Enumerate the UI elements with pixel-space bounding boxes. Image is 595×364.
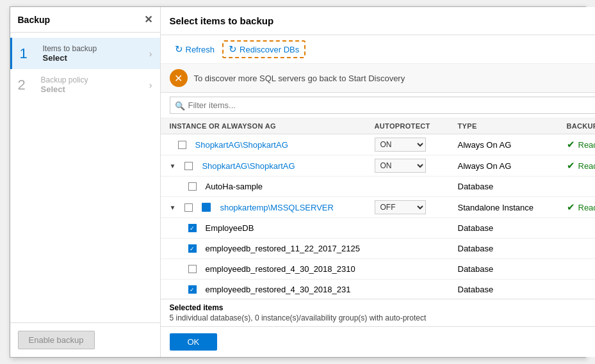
ready-icon-3: ✔ xyxy=(567,202,575,213)
info-icon: ✕ xyxy=(170,69,188,87)
col-readiness: BACKUP READINESS xyxy=(567,122,596,130)
left-header: Backup ✕ xyxy=(10,7,160,33)
type-1: Always On AG xyxy=(458,161,567,171)
table-header: INSTANCE OR ALWAYSON AG AUTOPROTECT TYPE… xyxy=(161,118,596,134)
row-text-4: EmployeeDB xyxy=(206,223,254,233)
ready-icon-1: ✔ xyxy=(567,160,575,171)
checkbox-4[interactable]: ✓ xyxy=(188,224,197,232)
left-panel: Backup ✕ 1 Items to backup Select › 2 Ba… xyxy=(10,7,161,357)
info-banner-text: To discover more SQL servers go back to … xyxy=(194,74,405,83)
refresh-button[interactable]: ↻ Refresh xyxy=(170,41,220,58)
type-4: Database xyxy=(458,223,567,233)
table-area: INSTANCE OR ALWAYSON AG AUTOPROTECT TYPE… xyxy=(161,118,596,299)
row-text-2: AutoHa-sample xyxy=(206,182,263,191)
table-with-scroll: ShopkartAG\ShopkartAG ONOFF Always On AG… xyxy=(161,134,596,299)
right-content: ↻ Refresh ↻ Rediscover DBs ✕ To discover… xyxy=(161,35,596,357)
toolbar: ↻ Refresh ↻ Rediscover DBs xyxy=(161,35,596,64)
row-name-1: ▼ ShopkartAG\ShopkartAG xyxy=(170,161,375,171)
table-row: AutoHa-sample Database xyxy=(161,177,596,197)
checkbox-2[interactable] xyxy=(188,182,197,191)
rediscover-icon: ↻ xyxy=(229,44,237,55)
col-autoprotect: AUTOPROTECT xyxy=(375,122,458,130)
expand-arrow-3[interactable]: ▼ xyxy=(170,204,176,211)
filter-bar: 🔍 xyxy=(161,93,596,118)
table-row: ✓ employeedb_restored_4_30_2018_231 Data… xyxy=(161,280,596,299)
table-row: ▼ shopkartemp\MSSQLSERVER OFFON xyxy=(161,197,596,218)
checkbox-1[interactable] xyxy=(184,162,193,170)
col-instance: INSTANCE OR ALWAYSON AG xyxy=(170,122,375,130)
row-name-4: ✓ EmployeeDB xyxy=(180,223,375,233)
filter-search-icon: 🔍 xyxy=(175,100,185,110)
filter-input[interactable] xyxy=(170,97,596,114)
checkbox-5[interactable]: ✓ xyxy=(188,244,197,253)
row-text-6: employeedb_restored_4_30_2018_2310 xyxy=(206,264,355,274)
rediscover-label: Rediscover DBs xyxy=(240,45,299,54)
row-link-0[interactable]: ShopkartAG\ShopkartAG xyxy=(195,140,288,150)
row-name-5: ✓ employeedb_restored_11_22_2017_2125 xyxy=(180,244,375,253)
step-1[interactable]: 1 Items to backup Select › xyxy=(10,38,160,69)
checkbox-3[interactable] xyxy=(184,203,193,212)
row-link-1[interactable]: ShopkartAG\ShopkartAG xyxy=(202,161,295,171)
col-type: TYPE xyxy=(458,122,567,130)
step-2[interactable]: 2 Backup policy Select › xyxy=(10,69,160,100)
step-1-arrow: › xyxy=(149,49,152,59)
right-panel: Select items to backup ⬜ ✕ ↻ Refresh ↻ R… xyxy=(161,7,596,357)
selected-items-info: Selected items 5 individual database(s),… xyxy=(170,303,427,322)
step-1-number: 1 xyxy=(20,45,38,62)
db-icon-3 xyxy=(202,203,211,212)
step-2-number: 2 xyxy=(18,77,36,93)
table-row: ShopkartAG\ShopkartAG ONOFF Always On AG… xyxy=(161,134,596,155)
step-1-text: Items to backup Select xyxy=(43,44,149,63)
expand-arrow-1[interactable]: ▼ xyxy=(170,162,176,170)
readiness-1: ✔ Ready xyxy=(567,160,596,171)
type-6: Database xyxy=(458,264,567,274)
ok-footer: OK xyxy=(161,326,596,357)
row-name-7: ✓ employeedb_restored_4_30_2018_231 xyxy=(180,285,375,294)
table-row: ✓ EmployeeDB Database xyxy=(161,218,596,239)
enable-backup-button[interactable]: Enable backup xyxy=(18,331,95,349)
autoprotect-0: ONOFF xyxy=(375,138,458,152)
row-name-2: AutoHa-sample xyxy=(180,182,375,191)
ok-button[interactable]: OK xyxy=(170,333,218,351)
type-0: Always On AG xyxy=(458,140,567,150)
step-1-subtitle: Select xyxy=(43,53,149,63)
row-text-7: employeedb_restored_4_30_2018_231 xyxy=(206,285,351,294)
table-body: ShopkartAG\ShopkartAG ONOFF Always On AG… xyxy=(161,134,596,299)
row-text-5: employeedb_restored_11_22_2017_2125 xyxy=(206,244,360,253)
autoprotect-3: OFFON xyxy=(375,200,458,214)
readiness-0: ✔ Ready xyxy=(567,139,596,150)
autoprotect-select-0[interactable]: ONOFF xyxy=(375,138,426,152)
type-3: Standalone Instance xyxy=(458,203,567,212)
close-icon[interactable]: ✕ xyxy=(144,13,152,26)
checkbox-0[interactable] xyxy=(178,141,186,149)
checkbox-7[interactable]: ✓ xyxy=(188,285,197,294)
left-footer: Enable backup xyxy=(10,322,160,357)
step-2-text: Backup policy Select xyxy=(41,75,149,94)
info-banner: ✕ To discover more SQL servers go back t… xyxy=(161,64,596,93)
table-row: ✓ employeedb_restored_11_22_2017_2125 Da… xyxy=(161,239,596,259)
refresh-icon: ↻ xyxy=(175,44,183,55)
step-1-title: Items to backup xyxy=(43,44,149,53)
right-panel-title: Select items to backup xyxy=(170,15,274,26)
type-5: Database xyxy=(458,244,567,253)
checkbox-6[interactable] xyxy=(188,265,197,273)
readiness-3: ✔ Ready xyxy=(567,202,596,213)
step-2-arrow: › xyxy=(149,80,152,90)
row-name-3: ▼ shopkartemp\MSSQLSERVER xyxy=(170,203,375,212)
left-steps: 1 Items to backup Select › 2 Backup poli… xyxy=(10,33,160,322)
right-header: Select items to backup ⬜ ✕ xyxy=(161,7,596,35)
row-name-0: ShopkartAG\ShopkartAG xyxy=(170,140,375,150)
autoprotect-1: ONOFF xyxy=(375,159,458,173)
table-row: ▼ ShopkartAG\ShopkartAG ONOFF xyxy=(161,155,596,177)
autoprotect-select-1[interactable]: ONOFF xyxy=(375,159,426,173)
refresh-label: Refresh xyxy=(186,45,215,54)
bottom-bar: Selected items 5 individual database(s),… xyxy=(161,299,596,326)
rediscover-button[interactable]: ↻ Rediscover DBs xyxy=(222,40,306,58)
row-link-3[interactable]: shopkartemp\MSSQLSERVER xyxy=(220,203,334,212)
table-row: employeedb_restored_4_30_2018_2310 Datab… xyxy=(161,259,596,280)
autoprotect-select-3[interactable]: OFFON xyxy=(375,200,426,214)
backup-title: Backup xyxy=(18,15,51,25)
row-name-6: employeedb_restored_4_30_2018_2310 xyxy=(180,264,375,274)
selected-items-desc: 5 individual database(s), 0 instance(s)/… xyxy=(170,313,427,322)
step-2-title: Backup policy xyxy=(41,75,149,84)
